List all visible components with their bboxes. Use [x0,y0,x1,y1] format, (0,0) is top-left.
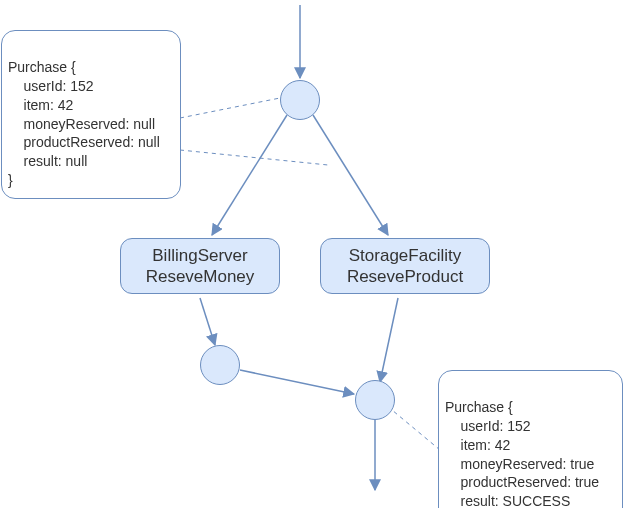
note-initial-footer: } [8,172,13,188]
node-billing-line2: ReseveMoney [146,266,255,287]
note-final-money-value: true [570,456,594,472]
note-initial-result-label: result: [8,153,66,169]
edge-top-to-billing [212,115,287,235]
note-final-userid-label: userId: [445,418,507,434]
edge-billing-to-left [200,298,215,345]
note-initial-product-value: null [138,134,160,150]
node-storage-line2: ReseveProduct [347,266,463,287]
note-initial-product-label: productReserved: [8,134,138,150]
node-intermediate [200,345,240,385]
node-billing-line1: BillingServer [152,245,247,266]
diagram-canvas: BillingServer ReseveMoney StorageFacilit… [0,0,629,508]
edge-storage-to-merge [380,298,398,382]
note-initial-result-value: null [66,153,88,169]
edge-note-final [392,410,440,450]
note-final-product-label: productReserved: [445,474,575,490]
note-final-money-label: moneyReserved: [445,456,570,472]
note-final-item-label: item: [445,437,495,453]
note-final: Purchase { userId: 152 item: 42 moneyRes… [438,370,623,508]
note-initial-item-label: item: [8,97,58,113]
note-final-header: Purchase { [445,399,513,415]
node-start [280,80,320,120]
edge-note-initial-b [180,150,328,165]
note-initial-userid-label: userId: [8,78,70,94]
edge-top-to-storage [313,115,388,235]
edge-left-to-merge [240,370,354,394]
note-initial-item-value: 42 [58,97,74,113]
note-final-result-label: result: [445,493,503,508]
note-final-product-value: true [575,474,599,490]
note-final-item-value: 42 [495,437,511,453]
note-initial-header: Purchase { [8,59,76,75]
note-final-result-value: SUCCESS [503,493,571,508]
edge-note-initial-a [180,98,280,118]
note-initial: Purchase { userId: 152 item: 42 moneyRes… [1,30,181,199]
node-storage: StorageFacility ReseveProduct [320,238,490,294]
note-initial-money-label: moneyReserved: [8,116,133,132]
note-initial-userid-value: 152 [70,78,93,94]
node-storage-line1: StorageFacility [349,245,461,266]
node-merge [355,380,395,420]
note-initial-money-value: null [133,116,155,132]
node-billing: BillingServer ReseveMoney [120,238,280,294]
note-final-userid-value: 152 [507,418,530,434]
